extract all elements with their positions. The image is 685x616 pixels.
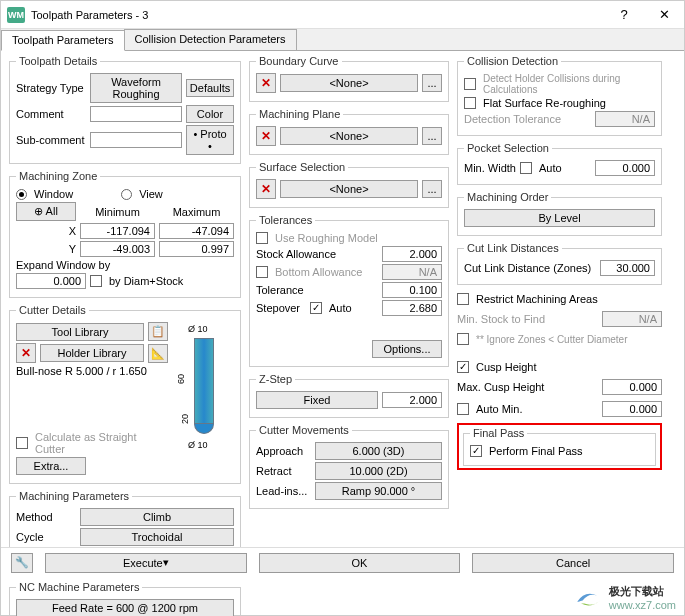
minw-label: Min. Width <box>464 162 516 174</box>
dtol-label: Detection Tolerance <box>464 113 591 125</box>
bc-browse-button[interactable]: ... <box>422 74 442 92</box>
cld-legend: Cut Link Distances <box>464 242 562 254</box>
tab-collision-detection[interactable]: Collision Detection Parameters <box>124 29 297 50</box>
roughing-checkbox[interactable] <box>256 232 268 244</box>
roughing-label: Use Roughing Model <box>275 232 378 244</box>
extra-button[interactable]: Extra... <box>16 457 86 475</box>
xmax-input[interactable]: -47.094 <box>159 223 234 239</box>
view-radio-label: View <box>139 188 163 200</box>
method-button[interactable]: Climb <box>80 508 234 526</box>
app-icon: WM <box>7 7 25 23</box>
retract-label: Retract <box>256 465 311 477</box>
leadin-button[interactable]: Ramp 90.000 ° <box>315 482 442 500</box>
toolpath-details: Toolpath Details Strategy Type Waveform … <box>9 55 241 164</box>
ymin-input[interactable]: -49.003 <box>80 241 155 257</box>
ignore-checkbox[interactable] <box>457 333 469 345</box>
automin-checkbox[interactable] <box>457 403 469 415</box>
defaults-button[interactable]: Defaults <box>186 79 234 97</box>
comment-input[interactable] <box>90 106 182 122</box>
cancel-button[interactable]: Cancel <box>472 553 674 573</box>
tool-library-button[interactable]: Tool Library <box>16 323 144 341</box>
tab-toolpath-parameters[interactable]: Toolpath Parameters <box>1 30 125 51</box>
strategy-label: Strategy Type <box>16 82 86 94</box>
zstep-button[interactable]: Fixed <box>256 391 378 409</box>
execute-button[interactable]: Execute ▾ <box>45 553 247 573</box>
tool-library-icon[interactable]: 📋 <box>148 322 168 341</box>
ss-none-button[interactable]: <None> <box>280 180 418 198</box>
flat-checkbox[interactable] <box>464 97 476 109</box>
stepover-input[interactable]: 2.680 <box>382 300 442 316</box>
stepover-label: Stepover <box>256 302 306 314</box>
mpl-none-button[interactable]: <None> <box>280 127 418 145</box>
maxcusp-input[interactable]: 0.000 <box>602 379 662 395</box>
watermark-url: www.xz7.com <box>609 599 676 611</box>
minw-auto-checkbox[interactable] <box>520 162 532 174</box>
calc-straight-label: Calculate as Straight Cutter <box>35 431 168 455</box>
zstep-input[interactable]: 2.000 <box>382 392 442 408</box>
ymax-input[interactable]: 0.997 <box>159 241 234 257</box>
window-radio-label: Window <box>34 188 73 200</box>
bottom-checkbox[interactable] <box>256 266 268 278</box>
stock-input[interactable]: 2.000 <box>382 246 442 262</box>
options-button[interactable]: Options... <box>372 340 442 358</box>
strategy-button[interactable]: Waveform Roughing <box>90 73 182 103</box>
ss-browse-button[interactable]: ... <box>422 180 442 198</box>
all-button[interactable]: ⊕ All <box>16 202 76 221</box>
view-radio[interactable] <box>121 189 132 200</box>
bylevel-button[interactable]: By Level <box>464 209 655 227</box>
close-button[interactable]: ✕ <box>644 1 684 29</box>
machining-order: Machining Order By Level <box>457 191 662 236</box>
automin-label: Auto Min. <box>476 403 598 415</box>
ps-legend: Pocket Selection <box>464 142 552 154</box>
method-label: Method <box>16 511 76 523</box>
z-step: Z-Step Fixed 2.000 <box>249 373 449 418</box>
retract-button[interactable]: 10.000 (2D) <box>315 462 442 480</box>
approach-button[interactable]: 6.000 (3D) <box>315 442 442 460</box>
ss-delete-button[interactable]: ✕ <box>256 179 276 199</box>
ok-button[interactable]: OK <box>259 553 461 573</box>
perform-final-checkbox[interactable] <box>470 445 482 457</box>
machining-parameters-legend: Machining Parameters <box>16 490 132 502</box>
cut-link-distances: Cut Link Distances Cut Link Distance (Zo… <box>457 242 662 285</box>
perform-final-label: Perform Final Pass <box>489 445 583 457</box>
help-button[interactable]: ? <box>604 1 644 29</box>
mpl-delete-button[interactable]: ✕ <box>256 126 276 146</box>
cusp-label: Cusp Height <box>476 361 537 373</box>
max-header: Maximum <box>159 206 234 218</box>
xmin-input[interactable]: -117.094 <box>80 223 155 239</box>
calc-straight-checkbox[interactable] <box>16 437 28 449</box>
cutter-diagram: Ø 10 60 20 Ø 10 <box>174 324 234 454</box>
holder-delete-button[interactable]: ✕ <box>16 343 36 363</box>
stepover-auto-checkbox[interactable] <box>310 302 322 314</box>
window-radio[interactable] <box>16 189 27 200</box>
cycle-button[interactable]: Trochoidal <box>80 528 234 546</box>
restrict-checkbox[interactable] <box>457 293 469 305</box>
minw-input[interactable]: 0.000 <box>595 160 655 176</box>
proto-button[interactable]: • Proto • <box>186 125 234 155</box>
holder-library-icon[interactable]: 📐 <box>148 344 168 363</box>
watermark: 极光下载站 www.xz7.com <box>573 584 676 611</box>
cusp-checkbox[interactable] <box>457 361 469 373</box>
detect-label: Detect Holder Collisions during Calculat… <box>483 73 655 95</box>
detect-checkbox[interactable] <box>464 78 476 90</box>
automin-input[interactable]: 0.000 <box>602 401 662 417</box>
subcomment-input[interactable] <box>90 132 182 148</box>
titlebar: WM Toolpath Parameters - 3 ? ✕ <box>1 1 684 29</box>
color-button[interactable]: Color <box>186 105 234 123</box>
expand-input[interactable]: 0.000 <box>16 273 86 289</box>
final-pass: Final Pass Perform Final Pass <box>463 427 656 466</box>
pocket-selection: Pocket Selection Min. Width Auto 0.000 <box>457 142 662 185</box>
bydiam-label: by Diam+Stock <box>109 275 183 287</box>
cutter-name: Bull-nose R 5.000 / r 1.650 <box>16 365 147 377</box>
bc-delete-button[interactable]: ✕ <box>256 73 276 93</box>
tol-input[interactable]: 0.100 <box>382 282 442 298</box>
cutter-details: Cutter Details Tool Library 📋 ✕ Holder L… <box>9 304 241 484</box>
mpl-browse-button[interactable]: ... <box>422 127 442 145</box>
minstock-input: N/A <box>602 311 662 327</box>
bydiam-checkbox[interactable] <box>90 275 102 287</box>
feedrate-button[interactable]: Feed Rate = 600 @ 1200 rpm <box>16 599 234 616</box>
cld-input[interactable]: 30.000 <box>600 260 655 276</box>
holder-library-button[interactable]: Holder Library <box>40 344 144 362</box>
bc-none-button[interactable]: <None> <box>280 74 418 92</box>
footer-icon-button[interactable]: 🔧 <box>11 553 33 573</box>
